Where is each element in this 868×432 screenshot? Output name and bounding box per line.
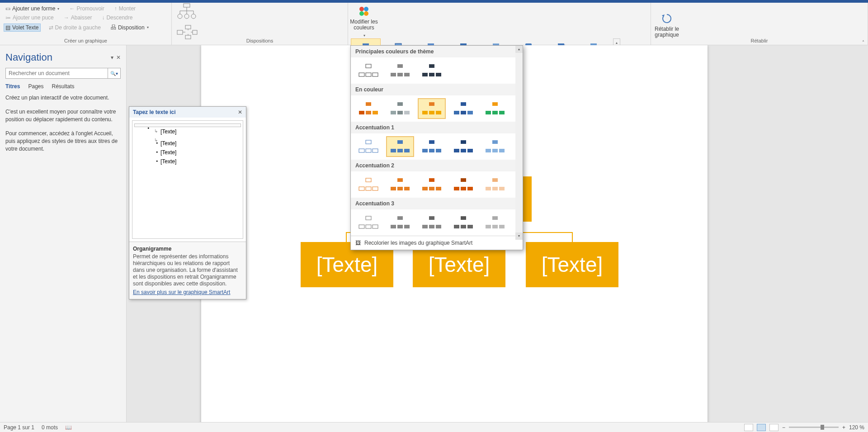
color-option[interactable]	[449, 212, 477, 233]
rtl-button[interactable]: ⇄De droite à gauche	[47, 24, 103, 32]
svg-rect-142	[454, 225, 459, 228]
layout-option[interactable]	[172, 0, 201, 0]
status-bar: Page 1 sur 1 0 mots 📖 − + 120 %	[0, 422, 868, 432]
svg-rect-61	[397, 64, 403, 68]
color-option-hover[interactable]	[386, 136, 414, 157]
color-option[interactable]	[418, 174, 446, 195]
color-option[interactable]	[418, 60, 446, 81]
palette-icon	[358, 5, 370, 17]
color-option[interactable]	[481, 136, 509, 157]
promote-button[interactable]: ←Promouvoir	[67, 5, 106, 13]
svg-rect-62	[391, 73, 396, 76]
document-area[interactable]: [Texte] [Texte] [Texte] [Texte] Tapez le…	[127, 45, 868, 422]
color-option[interactable]	[481, 174, 509, 195]
svg-rect-112	[373, 187, 378, 190]
svg-rect-99	[429, 149, 434, 152]
svg-rect-136	[404, 225, 410, 228]
recolor-images-item[interactable]: 🖼 Recolorier les images du graphique Sma…	[351, 236, 523, 250]
text-pane-title: Tapez le texte ici	[133, 109, 175, 115]
svg-rect-144	[467, 225, 473, 228]
demote-button[interactable]: →Abaisser	[62, 14, 94, 22]
text-pane-close-icon[interactable]: ✕	[238, 109, 242, 115]
svg-rect-117	[429, 178, 434, 182]
view-read-mode[interactable]	[744, 424, 753, 431]
svg-point-20	[359, 7, 364, 11]
dropdown-scrollbar[interactable]: ▴▾	[515, 46, 523, 240]
svg-rect-146	[486, 225, 491, 228]
color-option[interactable]	[354, 98, 382, 119]
color-option[interactable]	[386, 60, 414, 81]
add-shape-button[interactable]: ▭Ajouter une forme▾	[4, 5, 61, 13]
svg-rect-100	[436, 149, 441, 152]
tab-results[interactable]: Résultats	[52, 83, 75, 90]
org-node-child[interactable]: [Texte]	[526, 242, 618, 287]
ribbon-group-styles: Modifier les couleurs▾ ▴▾▾	[348, 3, 651, 45]
zoom-level[interactable]: 120 %	[849, 424, 864, 431]
svg-rect-104	[467, 149, 473, 152]
color-option[interactable]	[481, 98, 509, 119]
list-item[interactable]: [Texte]	[134, 157, 241, 166]
status-page[interactable]: Page 1 sur 1	[4, 424, 34, 431]
svg-rect-101	[461, 140, 466, 144]
svg-rect-128	[499, 187, 505, 190]
svg-rect-108	[499, 149, 505, 152]
smartart-learn-more-link[interactable]: En savoir plus sur le graphique SmartArt	[133, 289, 230, 295]
color-option[interactable]	[354, 136, 382, 157]
text-pane-toggle[interactable]: ▤Volet Texte	[4, 24, 41, 32]
svg-rect-84	[467, 111, 473, 114]
zoom-out-icon[interactable]: −	[782, 424, 785, 431]
list-item[interactable]: [Texte]	[134, 139, 241, 148]
text-pane-list[interactable]: [Texte] [Texte] [Texte] [Texte]	[132, 120, 243, 239]
color-option[interactable]	[354, 212, 382, 233]
search-input[interactable]	[6, 68, 108, 78]
color-option[interactable]	[354, 174, 382, 195]
color-option[interactable]	[418, 136, 446, 157]
color-option[interactable]	[449, 136, 477, 157]
zoom-in-icon[interactable]: +	[842, 424, 845, 431]
color-option[interactable]	[386, 98, 414, 119]
status-proof-icon[interactable]: 📖	[65, 424, 72, 431]
svg-rect-134	[391, 225, 396, 228]
change-colors-button[interactable]: Modifier les couleurs▾	[348, 5, 380, 38]
color-option[interactable]	[481, 212, 509, 233]
svg-point-10	[191, 14, 196, 19]
svg-rect-87	[492, 111, 498, 114]
list-item[interactable]: [Texte]	[134, 148, 241, 157]
svg-rect-122	[454, 187, 459, 190]
layout-button[interactable]: 品Disposition▾	[109, 23, 151, 32]
svg-rect-89	[366, 140, 371, 144]
image-icon: 🖼	[355, 240, 361, 246]
list-item[interactable]	[134, 123, 241, 127]
nav-menu-icon[interactable]: ▾	[111, 54, 113, 61]
search-icon[interactable]: 🔍▾	[108, 68, 120, 78]
tab-titles[interactable]: Titres	[5, 83, 20, 90]
move-down-button[interactable]: ↓Descendre	[100, 14, 134, 22]
nav-close-icon[interactable]: ✕	[116, 54, 121, 61]
svg-rect-138	[422, 225, 428, 228]
color-dropdown: ▴▾ Principales couleurs de thème En coul…	[350, 45, 523, 250]
view-print-layout[interactable]	[757, 424, 766, 431]
svg-rect-69	[366, 102, 371, 106]
svg-rect-132	[373, 225, 378, 228]
zoom-slider[interactable]	[789, 427, 839, 428]
color-option-selected[interactable]	[418, 98, 446, 119]
move-up-button[interactable]: ↑Monter	[113, 5, 137, 13]
nav-search[interactable]: 🔍▾	[5, 68, 121, 79]
color-option[interactable]	[354, 60, 382, 81]
color-option[interactable]	[449, 174, 477, 195]
list-item[interactable]: [Texte]	[134, 127, 241, 136]
add-bullet-button[interactable]: ≔Ajouter une puce	[4, 14, 56, 22]
view-web-layout[interactable]	[769, 424, 778, 431]
color-option[interactable]	[386, 174, 414, 195]
navigation-pane: Navigation ▾ ✕ 🔍▾ Titres Pages Résultats…	[0, 45, 127, 422]
svg-rect-79	[429, 111, 434, 114]
color-option[interactable]	[386, 212, 414, 233]
ribbon-collapse-icon[interactable]: ˄	[862, 40, 864, 45]
svg-rect-58	[359, 73, 364, 76]
tab-pages[interactable]: Pages	[28, 83, 43, 90]
svg-rect-139	[429, 225, 434, 228]
color-option[interactable]	[418, 212, 446, 233]
color-option[interactable]	[449, 98, 477, 119]
layout-option[interactable]	[172, 2, 201, 21]
status-words[interactable]: 0 mots	[42, 424, 58, 431]
